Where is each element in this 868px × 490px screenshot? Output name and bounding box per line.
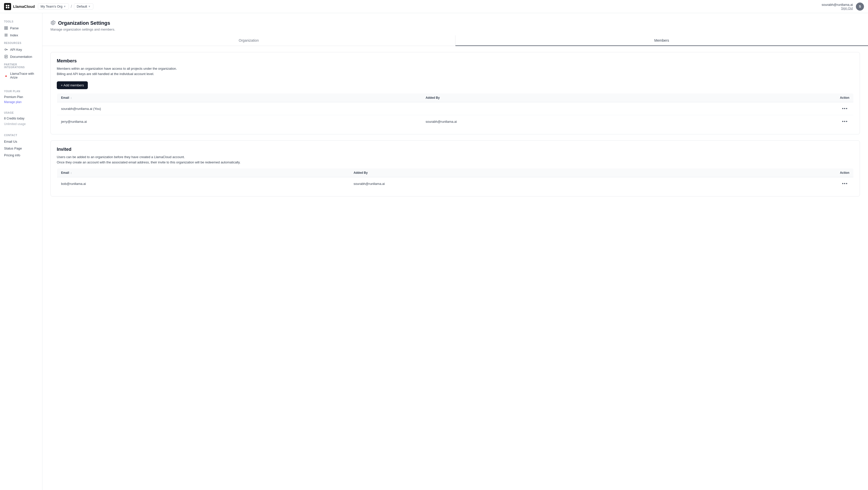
action-header: Action	[720, 93, 854, 102]
invited-table: Email ↕ Added By Action	[57, 168, 854, 190]
more-options-button[interactable]: •••	[840, 119, 849, 124]
members-table: Email ↕ Added By Action	[57, 93, 854, 128]
contact-label: CONTACT	[0, 131, 42, 138]
added-by-header: Added By	[349, 169, 698, 177]
sidebar-item-status-page[interactable]: Status Page	[0, 145, 42, 152]
layout: TOOLS Parse Index RESO	[0, 13, 868, 490]
resources-label: RESOURCES	[0, 39, 42, 46]
svg-rect-5	[6, 27, 7, 28]
svg-rect-10	[4, 36, 7, 36]
svg-rect-0	[6, 5, 7, 6]
invited-desc-1: Users can be added to an organization be…	[57, 155, 854, 159]
sidebar-item-label: API Key	[10, 48, 22, 52]
members-desc-1: Members within an organization have acce…	[57, 67, 854, 70]
invite-email: bob@runllama.ai	[57, 177, 350, 190]
sidebar-item-label: Documentation	[10, 55, 32, 59]
member-email: sourabh@runllama.ai (You)	[57, 102, 422, 115]
topbar-left: LlamaCloud My Team's Org ▼ / Default ▼	[4, 3, 93, 10]
partner-label: PARTNER INTEGRATIONS	[0, 60, 42, 70]
sidebar-item-api-key[interactable]: API Key	[0, 46, 42, 53]
usage-credits: 8 Credits today	[0, 116, 42, 121]
page-title-row: Organization Settings	[51, 20, 860, 26]
tabs: Organization Members	[42, 35, 868, 46]
user-info: sourabh@runllama.ai Sign Out	[822, 3, 853, 10]
email-header[interactable]: Email ↕	[57, 169, 350, 177]
sidebar-item-label: Status Page	[4, 146, 22, 150]
table-row: sourabh@runllama.ai (You) •••	[57, 102, 854, 115]
logo[interactable]: LlamaCloud	[4, 3, 35, 10]
sign-out-link[interactable]: Sign Out	[822, 6, 853, 10]
tab-organization[interactable]: Organization	[42, 35, 456, 46]
svg-rect-1	[8, 5, 9, 6]
chevron-down-icon: ▼	[64, 5, 66, 8]
main-content: Organization Settings Manage organizatio…	[42, 13, 868, 490]
sidebar-item-label: Index	[10, 33, 18, 37]
tab-members[interactable]: Members	[456, 35, 868, 46]
invited-section-title: Invited	[57, 147, 854, 152]
sidebar-item-index[interactable]: Index	[0, 32, 42, 39]
usage-label: USAGE	[0, 108, 42, 116]
tools-label: TOOLS	[0, 17, 42, 25]
svg-point-11	[5, 49, 6, 50]
svg-rect-2	[6, 7, 7, 8]
table-row: jerry@runllama.ai sourabh@runllama.ai ••…	[57, 115, 854, 128]
add-members-button[interactable]: + Add members	[57, 81, 88, 89]
svg-rect-6	[4, 28, 6, 30]
sidebar-item-label: Parse	[10, 26, 19, 30]
sidebar-item-label: Pricing info	[4, 153, 20, 157]
sidebar-item-label: LlamaTrace with Arize	[10, 72, 38, 79]
table-row: bob@runllama.ai sourabh@runllama.ai •••	[57, 177, 854, 190]
user-email: sourabh@runllama.ai	[822, 3, 853, 6]
page-title: Organization Settings	[58, 20, 110, 26]
action-header: Action	[698, 169, 854, 177]
page-subtitle: Manage organization settings and members…	[51, 28, 860, 31]
list-icon	[4, 33, 8, 37]
sidebar-item-documentation[interactable]: Documentation	[0, 53, 42, 60]
logo-icon	[4, 3, 11, 10]
doc-icon	[4, 55, 8, 59]
member-added-by: sourabh@runllama.ai	[422, 115, 720, 128]
topbar: LlamaCloud My Team's Org ▼ / Default ▼ s…	[0, 0, 868, 13]
invited-desc-2: Once they create an account with the ass…	[57, 161, 854, 164]
arize-icon: ▲	[4, 74, 8, 78]
usage-limit: Unlimited usage	[0, 121, 42, 127]
members-desc-2: Billing and API keys are still handled a…	[57, 72, 854, 76]
sort-icon: ↕	[70, 96, 72, 99]
svg-rect-4	[4, 27, 6, 28]
key-icon	[4, 48, 8, 52]
topbar-right: sourabh@runllama.ai Sign Out S	[822, 2, 864, 10]
member-added-by	[422, 102, 720, 115]
sidebar-item-llamatrace[interactable]: ▲ LlamaTrace with Arize	[0, 70, 42, 81]
invite-action: •••	[698, 177, 854, 190]
page-header: Organization Settings Manage organizatio…	[42, 13, 868, 35]
svg-rect-3	[8, 7, 9, 8]
project-selector[interactable]: Default ▼	[74, 3, 93, 9]
invited-section: Invited Users can be added to an organiz…	[51, 140, 860, 197]
svg-rect-8	[4, 34, 7, 34]
your-plan-label: YOUR PLAN	[0, 87, 42, 94]
members-section: Members Members within an organization h…	[51, 52, 860, 134]
breadcrumb: My Team's Org ▼ / Default ▼	[38, 3, 93, 9]
sort-icon: ↕	[70, 171, 72, 174]
member-action: •••	[720, 102, 854, 115]
added-by-header: Added By	[422, 93, 720, 102]
breadcrumb-separator: /	[71, 4, 72, 9]
sidebar-item-email-us[interactable]: Email Us	[0, 138, 42, 145]
manage-plan-link[interactable]: Manage plan	[0, 100, 42, 104]
content-area: Members Members within an organization h…	[42, 46, 868, 209]
email-header[interactable]: Email ↕	[57, 93, 422, 102]
sidebar-item-label: Email Us	[4, 140, 17, 143]
svg-rect-9	[4, 35, 7, 35]
more-options-button[interactable]: •••	[840, 106, 849, 111]
avatar: S	[856, 2, 864, 10]
gear-icon	[51, 20, 56, 26]
sidebar-item-pricing-info[interactable]: Pricing info	[0, 152, 42, 158]
grid-icon	[4, 26, 8, 30]
sidebar: TOOLS Parse Index RESO	[0, 13, 42, 490]
more-options-button[interactable]: •••	[840, 181, 849, 186]
invite-added-by: sourabh@runllama.ai	[349, 177, 698, 190]
member-email: jerry@runllama.ai	[57, 115, 422, 128]
plan-name: Premium Plan	[0, 94, 42, 100]
sidebar-item-parse[interactable]: Parse	[0, 25, 42, 32]
org-selector[interactable]: My Team's Org ▼	[38, 3, 69, 9]
